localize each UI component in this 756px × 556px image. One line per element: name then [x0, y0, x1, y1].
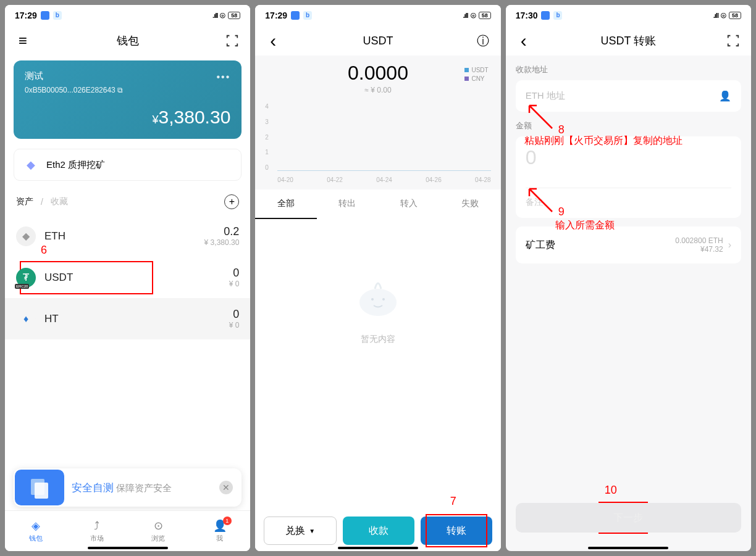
wifi-icon: ⦾ [471, 12, 476, 20]
usdt-icon: ₮ [16, 268, 36, 288]
status-bar: 17:29 b ⦾ 58 [5, 5, 250, 26]
asset-row-eth[interactable]: ◆ ETH 0.2 ¥ 3,380.30 [5, 215, 250, 257]
tx-tab-out[interactable]: 转出 [317, 189, 378, 219]
chart-line [277, 170, 490, 171]
legend-usdt-swatch [464, 68, 469, 72]
amount-input-card: 0 备注 [516, 136, 741, 218]
tab-assets[interactable]: 资产 [16, 196, 33, 207]
transfer-button[interactable]: 转账 [421, 517, 492, 545]
browse-icon: ⊙ [154, 519, 163, 533]
home-indicator [588, 547, 668, 549]
chevron-right-icon: › [728, 239, 731, 251]
status-b-icon: b [53, 11, 62, 20]
profile-icon: 👤1 [213, 519, 227, 533]
coin-balance: 0.2 [204, 225, 240, 238]
tab-me[interactable]: 👤1我 [189, 511, 250, 551]
transaction-tabs: 全部 转出 转入 失败 [255, 189, 500, 219]
empty-state: 暂无内容 [255, 219, 500, 551]
wallet-more-icon[interactable]: ••• [217, 72, 231, 83]
fee-eth: 0.002800 ETH [675, 236, 723, 245]
coin-fiat: ¥ 0 [229, 321, 240, 330]
status-bar: 17:30 b ⦾ 58 [506, 5, 751, 26]
header: USDT 转账 [506, 26, 751, 56]
token-balance: 0.0000 [265, 62, 490, 85]
back-icon[interactable] [265, 33, 281, 49]
market-icon: ⤴ [94, 520, 99, 533]
add-asset-icon[interactable]: + [224, 194, 239, 209]
exchange-button[interactable]: 兑换▼ [264, 517, 337, 545]
coin-symbol: HT [44, 313, 59, 325]
status-b-icon: b [303, 11, 312, 20]
svg-point-2 [359, 289, 397, 316]
wallet-name: 测试 [25, 70, 230, 82]
tab-browse[interactable]: ⊙浏览 [128, 511, 189, 551]
status-time: 17:29 [265, 10, 287, 20]
battery-icon: 58 [729, 12, 741, 19]
svg-rect-1 [35, 483, 48, 499]
coin-balance: 0 [229, 308, 240, 321]
fee-row[interactable]: 矿工费 0.002800 ETH ¥47.32 › [516, 226, 741, 263]
menu-icon[interactable] [15, 33, 31, 49]
chart-legend: USDT CNY [464, 67, 488, 84]
page-title: USDT [281, 35, 474, 48]
wallet-balance: ¥3,380.30 [25, 107, 230, 128]
svg-point-4 [382, 298, 385, 301]
promo-subtitle: 保障资产安全 [116, 483, 172, 493]
status-bar: 17:29 b ⦾ 58 [255, 5, 500, 26]
wifi-icon: ⦾ [220, 12, 225, 20]
tx-tab-all[interactable]: 全部 [255, 189, 316, 219]
coin-symbol: ETH [44, 230, 65, 243]
annotation-10: 10 [605, 484, 617, 497]
home-indicator [338, 547, 418, 549]
badge-count: 1 [223, 517, 232, 525]
address-input[interactable]: ETH 地址 👤 [516, 80, 741, 112]
signal-icon [463, 12, 468, 19]
header: USDT [255, 26, 500, 56]
page-title: USDT 转账 [532, 33, 725, 48]
battery-icon: 58 [479, 12, 491, 19]
fee-fiat: ¥47.32 [675, 245, 723, 254]
status-time: 17:29 [15, 10, 37, 20]
legend-cny-swatch [464, 77, 469, 81]
eth2-label: Eth2 质押挖矿 [46, 159, 105, 171]
info-icon[interactable] [475, 33, 491, 49]
tab-favorites[interactable]: 收藏 [51, 196, 68, 207]
tx-tab-in[interactable]: 转入 [378, 189, 439, 219]
coin-symbol: USDT [44, 272, 73, 284]
eth-diamond-icon: ◆ [24, 158, 38, 172]
wallet-card[interactable]: ••• 测试 0xB5B00050...026E282643 ⧉ ¥3,380.… [14, 60, 242, 139]
scan-icon[interactable] [224, 33, 240, 49]
receive-button[interactable]: 收款 [343, 517, 414, 545]
balance-chart: 4 3 2 1 0 04-20 04-22 04-24 04-26 04-28 [265, 103, 490, 183]
tab-market[interactable]: ⤴市场 [66, 511, 127, 551]
svg-point-3 [371, 298, 374, 301]
status-app-icon [291, 11, 300, 20]
eth-icon: ◆ [16, 226, 36, 246]
tab-wallet[interactable]: ◈钱包 [5, 511, 66, 551]
asset-row-usdt[interactable]: ₮ USDT 0 ¥ 0 [5, 257, 250, 298]
bottom-tab-bar: ◈钱包 ⤴市场 ⊙浏览 👤1我 [5, 510, 250, 551]
next-button[interactable]: 下一步 [516, 503, 741, 533]
promo-icon [15, 470, 64, 505]
amount-input[interactable]: 0 [526, 146, 731, 169]
fee-label: 矿工费 [526, 239, 555, 252]
note-input[interactable]: 备注 [526, 188, 731, 208]
screen-transfer: 17:30 b ⦾ 58 USDT 转账 收款地址 ETH 地址 👤 8 粘贴刚… [506, 5, 751, 551]
status-b-icon: b [553, 11, 562, 20]
close-icon[interactable]: ✕ [219, 481, 233, 494]
promo-card[interactable]: 安全自测 保障资产安全 ✕ [14, 468, 242, 507]
signal-icon [713, 12, 718, 19]
status-app-icon [541, 11, 550, 20]
address-placeholder: ETH 地址 [526, 90, 565, 101]
contact-icon[interactable]: 👤 [719, 90, 731, 102]
asset-row-ht[interactable]: ♦ HT 0 ¥ 0 [5, 298, 250, 339]
empty-whale-icon [347, 262, 409, 324]
back-icon[interactable] [516, 33, 532, 49]
ht-icon: ♦ [16, 309, 36, 329]
eth2-staking-row[interactable]: ◆ Eth2 质押挖矿 [14, 149, 242, 181]
wallet-icon: ◈ [32, 519, 40, 533]
tx-tab-failed[interactable]: 失败 [439, 189, 500, 219]
scan-icon[interactable] [725, 33, 741, 49]
wallet-address: 0xB5B00050...026E282643 ⧉ [25, 86, 230, 94]
dropdown-icon: ▼ [309, 528, 315, 534]
